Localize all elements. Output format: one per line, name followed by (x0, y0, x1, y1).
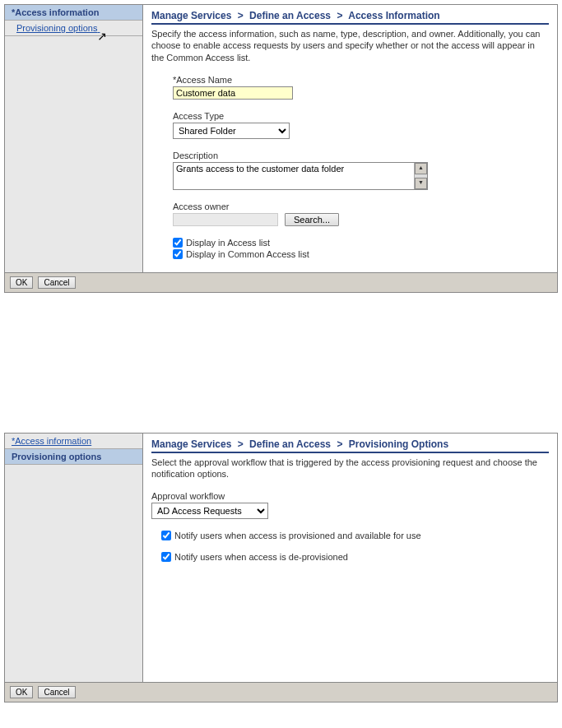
breadcrumb-part: Provisioning Options (349, 438, 448, 450)
breadcrumb-part: Manage Services (151, 438, 231, 450)
content-area: Manage Services > Define an Access > Pro… (143, 434, 557, 683)
panel-footer: OK Cancel (5, 682, 557, 702)
breadcrumb: Manage Services > Define an Access > Acc… (151, 10, 549, 21)
notify-deprovisioned-checkbox[interactable] (161, 552, 171, 562)
approval-workflow-select[interactable]: AD Access Requests (152, 503, 267, 518)
sidebar-item-access-info[interactable]: *Access information (5, 5, 142, 21)
approval-workflow-label: Approval workflow (151, 491, 549, 501)
description-textarea[interactable]: Grants access to the customer data folde… (174, 163, 414, 189)
sidebar-item-provisioning[interactable]: Provisioning options (5, 449, 142, 465)
chevron-icon: > (238, 10, 244, 21)
sidebar: *Access information Provisioning options (5, 5, 143, 272)
breadcrumb: Manage Services > Define an Access > Pro… (151, 438, 549, 450)
sidebar-item-label: Provisioning options (16, 23, 97, 33)
panel-description: Specify the access information, such as … (151, 28, 549, 63)
title-divider (151, 452, 549, 453)
content-area: Manage Services > Define an Access > Acc… (143, 5, 557, 272)
provisioning-options-panel: *Access information Provisioning options… (4, 433, 558, 703)
search-button[interactable]: Search... (285, 213, 339, 226)
owner-input[interactable] (173, 213, 278, 226)
access-type-select[interactable]: Shared Folder (174, 123, 289, 138)
chevron-icon: > (337, 10, 342, 21)
panel-description: Select the approval workflow that is tri… (151, 457, 549, 480)
description-label: Description (173, 151, 549, 160)
sidebar-item-label: Provisioning options (12, 452, 101, 461)
scrollbar[interactable]: ▲ ▼ (414, 163, 427, 189)
access-type-label: Access Type (173, 111, 549, 121)
ok-button[interactable]: OK (10, 686, 33, 698)
title-divider (151, 23, 549, 25)
access-name-input[interactable] (173, 86, 293, 100)
cancel-button[interactable]: Cancel (38, 686, 75, 698)
access-info-panel: *Access information Provisioning options… (4, 4, 558, 293)
chevron-icon: > (238, 438, 244, 450)
sidebar-item-provisioning[interactable]: Provisioning options (5, 21, 142, 36)
ok-button[interactable]: OK (10, 276, 33, 289)
scroll-down-icon[interactable]: ▼ (415, 178, 427, 189)
display-access-list-checkbox[interactable] (173, 238, 183, 248)
checkbox-label: Display in Common Access list (186, 249, 309, 259)
breadcrumb-part: Manage Services (151, 10, 231, 21)
breadcrumb-part: Access Information (348, 10, 439, 21)
cancel-button[interactable]: Cancel (38, 276, 75, 289)
checkbox-label: Notify users when access is de-provision… (174, 552, 348, 562)
notify-provisioned-checkbox[interactable] (161, 531, 171, 540)
sidebar-item-label: *Access information (12, 7, 99, 17)
checkbox-label: Notify users when access is provisioned … (174, 531, 421, 540)
sidebar: *Access information Provisioning options (5, 434, 143, 683)
owner-label: Access owner (173, 202, 549, 211)
sidebar-item-label: *Access information (12, 436, 91, 446)
display-common-access-checkbox[interactable] (173, 249, 183, 259)
sidebar-item-access-info[interactable]: *Access information (5, 434, 142, 449)
breadcrumb-part: Define an Access (249, 438, 331, 450)
scroll-up-icon[interactable]: ▲ (415, 163, 427, 174)
access-name-label: *Access Name (173, 75, 549, 85)
chevron-icon: > (337, 438, 342, 450)
breadcrumb-part: Define an Access (249, 10, 331, 21)
checkbox-label: Display in Access list (186, 238, 270, 248)
panel-footer: OK Cancel (5, 272, 557, 292)
